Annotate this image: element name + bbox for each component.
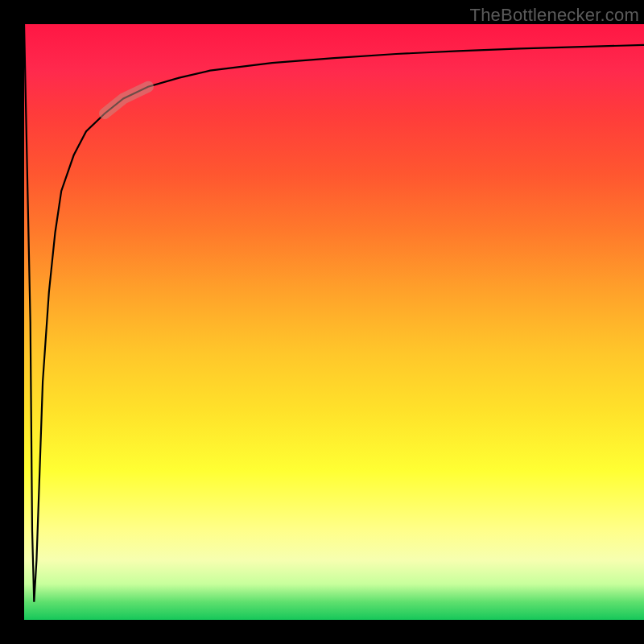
plot-area — [24, 24, 644, 620]
bottleneck-curve — [24, 24, 644, 602]
chart-root: TheBottlenecker.com — [0, 0, 644, 644]
watermark-text: TheBottlenecker.com — [470, 5, 639, 26]
curve-layer — [24, 24, 644, 620]
curve-marker — [105, 87, 148, 114]
